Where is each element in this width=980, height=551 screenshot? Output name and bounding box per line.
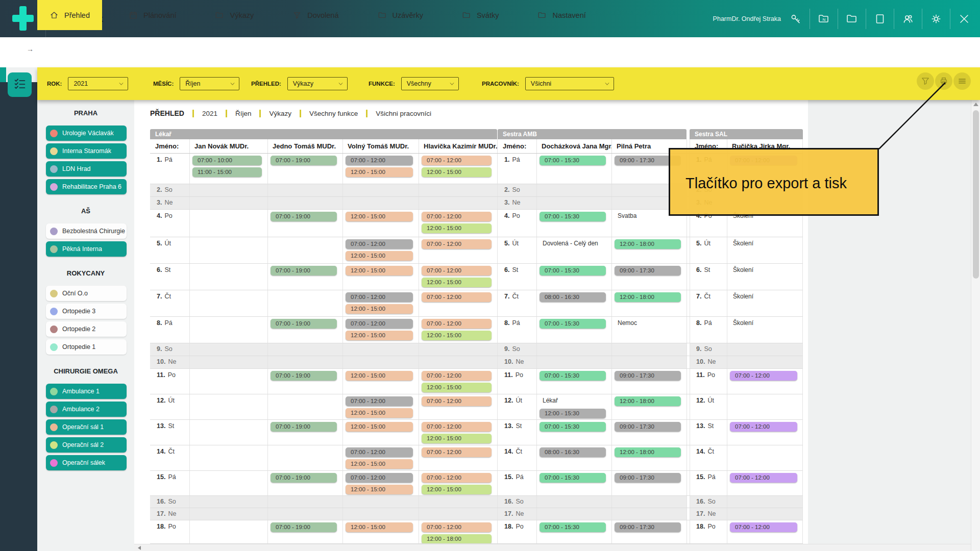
shift-pill[interactable]: 07:00 - 12:00 (346, 447, 413, 457)
shift-pill[interactable]: 12:00 - 15:00 (346, 331, 413, 340)
shift-pill[interactable]: 12:00 - 18:00 (615, 396, 681, 406)
tab-dovolená[interactable]: Dovolená (280, 0, 351, 30)
vertical-scrollbar[interactable] (971, 100, 980, 551)
shift-pill[interactable]: 12:00 - 15:00 (346, 304, 413, 314)
sidebar-item-ambulance-2[interactable]: Ambulance 2 (46, 402, 127, 417)
tab-přehled[interactable]: Přehled (37, 0, 102, 30)
shift-pill[interactable]: 09:00 - 17:30 (615, 371, 681, 381)
shift-pill[interactable]: 12:00 - 15:00 (422, 331, 492, 340)
filter-button[interactable] (917, 72, 934, 90)
sidebar-item-opera-n-s-l-1[interactable]: Operační sál 1 (46, 419, 127, 435)
sidebar-item-o-n-o-o[interactable]: Oční O.o (46, 286, 127, 301)
shift-pill[interactable]: 12:00 - 15:30 (540, 409, 606, 418)
tab-uzávěrky[interactable]: Uzávěrky (365, 0, 435, 30)
shift-pill[interactable]: 12:00 - 15:00 (422, 383, 492, 392)
sidebar-item-ortopedie-2[interactable]: Ortopedie 2 (46, 321, 127, 337)
scroll-up-icon[interactable] (973, 103, 978, 106)
tab-plánování[interactable]: Plánování (116, 0, 189, 30)
shift-pill[interactable]: 07:00 - 12:00 (422, 371, 492, 381)
sidebar-item-rehabilitace-praha-6[interactable]: Rehabilitace Praha 6 (46, 179, 127, 194)
shift-pill[interactable]: 12:00 - 15:00 (346, 422, 413, 432)
shift-pill[interactable]: 07:00 - 15:30 (540, 319, 606, 329)
sidebar-item-ambulance-1[interactable]: Ambulance 1 (46, 384, 127, 399)
sidebar-item-bezbolestn-chirurgie[interactable]: Bezbolestná Chirurgie (46, 223, 127, 239)
sidebar-item-urologie-v-clav-k[interactable]: Urologie Václavák (46, 126, 127, 141)
shift-pill[interactable]: 12:00 - 15:00 (346, 459, 413, 469)
collapse-arrow-icon[interactable]: → (27, 45, 34, 53)
shift-pill[interactable]: 12:00 - 15:00 (422, 278, 492, 287)
shift-pill[interactable]: 07:00 - 15:30 (540, 212, 606, 221)
shift-pill[interactable]: 07:00 - 19:00 (271, 156, 337, 165)
shift-pill[interactable]: 07:00 - 12:00 (346, 292, 413, 302)
shift-pill[interactable]: 07:00 - 12:00 (346, 319, 413, 329)
shift-pill[interactable]: 07:00 - 12:00 (422, 473, 492, 483)
shift-pill[interactable]: 12:00 - 15:00 (346, 522, 413, 532)
filter-select[interactable]: 2021 (68, 77, 128, 90)
sidebar-item-p-kn-interna[interactable]: Pěkná Interna (46, 241, 127, 257)
shift-pill[interactable]: 07:00 - 12:00 (730, 371, 797, 381)
shift-pill[interactable]: 07:00 - 19:00 (271, 266, 337, 276)
shift-pill[interactable]: 07:00 - 12:00 (422, 396, 492, 406)
window-icon[interactable] (873, 12, 887, 26)
filter-select[interactable]: Všichni (525, 77, 614, 90)
shift-pill[interactable]: 07:00 - 12:00 (422, 447, 492, 457)
gear-icon[interactable] (929, 12, 943, 26)
shift-pill[interactable]: 07:00 - 19:00 (271, 319, 337, 329)
filter-select[interactable]: Všechny (401, 77, 459, 90)
menu-button[interactable] (953, 72, 971, 90)
shift-pill[interactable]: 12:00 - 15:00 (346, 485, 413, 494)
shift-pill[interactable]: 07:00 - 15:30 (540, 422, 606, 432)
sidebar-item-ortopedie-1[interactable]: Ortopedie 1 (46, 339, 127, 355)
shift-pill[interactable]: 09:00 - 17:30 (615, 522, 681, 532)
shift-pill[interactable]: 12:00 - 18:00 (615, 239, 681, 249)
shift-pill[interactable]: 07:00 - 12:00 (422, 156, 492, 165)
shift-pill[interactable]: 07:00 - 12:00 (346, 473, 413, 483)
shift-pill[interactable]: 09:00 - 17:30 (615, 422, 681, 432)
shift-pill[interactable]: 12:00 - 15:00 (422, 485, 492, 494)
shift-pill[interactable]: 07:00 - 15:30 (540, 266, 606, 276)
filter-select[interactable]: Říjen (180, 77, 239, 90)
shift-pill[interactable]: 12:00 - 15:00 (422, 434, 492, 443)
shift-pill[interactable]: 09:00 - 17:30 (615, 266, 681, 276)
shift-pill[interactable]: 07:00 - 12:00 (730, 473, 797, 483)
shift-pill[interactable]: 07:00 - 12:00 (346, 239, 413, 249)
shift-pill[interactable]: 07:00 - 19:00 (271, 212, 337, 221)
shift-pill[interactable]: 07:00 - 10:00 (192, 156, 262, 165)
shift-pill[interactable]: 12:00 - 15:00 (346, 408, 413, 418)
shift-pill[interactable]: 12:00 - 18:00 (615, 447, 681, 457)
shift-pill[interactable]: 07:00 - 19:00 (271, 522, 337, 532)
shift-pill[interactable]: 12:00 - 15:00 (346, 251, 413, 261)
tab-svátky[interactable]: Svátky (450, 0, 511, 30)
shift-pill[interactable]: 12:00 - 15:00 (346, 371, 413, 381)
close-icon[interactable] (958, 12, 971, 26)
sidebar-item-interna-starom-k[interactable]: Interna Staromák (46, 143, 127, 159)
tab-výkazy[interactable]: Výkazy (203, 0, 266, 30)
shift-pill[interactable]: 07:00 - 12:00 (422, 319, 492, 329)
shift-pill[interactable]: 07:00 - 12:00 (422, 239, 492, 249)
folder-new-icon[interactable]: N (817, 12, 830, 26)
shift-pill[interactable]: 07:00 - 12:00 (422, 292, 492, 302)
filter-select[interactable]: Výkazy (287, 77, 348, 90)
sidebar-item-opera-n-s-lek[interactable]: Operační sálek (46, 455, 127, 470)
shift-pill[interactable]: 07:00 - 15:30 (540, 522, 606, 532)
shift-pill[interactable]: 11:00 - 15:00 (192, 167, 262, 177)
shift-pill[interactable]: 07:00 - 15:30 (540, 156, 606, 165)
shift-pill[interactable]: 07:00 - 19:00 (271, 422, 337, 432)
shift-pill[interactable]: 07:00 - 12:00 (346, 396, 413, 406)
shift-pill[interactable]: 08:00 - 16:30 (540, 292, 606, 302)
sidebar-item-opera-n-s-l-2[interactable]: Operační sál 2 (46, 437, 127, 453)
scrollbar-thumb[interactable] (973, 110, 979, 279)
shift-pill[interactable]: 12:00 - 15:00 (422, 223, 492, 233)
horizontal-scrollbar[interactable] (134, 544, 971, 551)
shift-pill[interactable]: 07:00 - 19:00 (271, 371, 337, 381)
shift-pill[interactable]: 12:00 - 15:00 (422, 167, 492, 177)
users-icon[interactable] (901, 12, 915, 26)
sidebar-item-ortopedie-3[interactable]: Ortopedie 3 (46, 304, 127, 319)
folder-icon[interactable] (845, 12, 859, 26)
shift-pill[interactable]: 12:00 - 15:00 (346, 266, 413, 276)
shift-pill[interactable]: 08:00 - 16:30 (540, 447, 606, 457)
shift-pill[interactable]: 07:00 - 12:00 (730, 522, 797, 532)
key-icon[interactable] (789, 12, 802, 26)
shift-pill[interactable]: 09:00 - 17:30 (615, 473, 681, 483)
print-button[interactable] (935, 72, 952, 90)
